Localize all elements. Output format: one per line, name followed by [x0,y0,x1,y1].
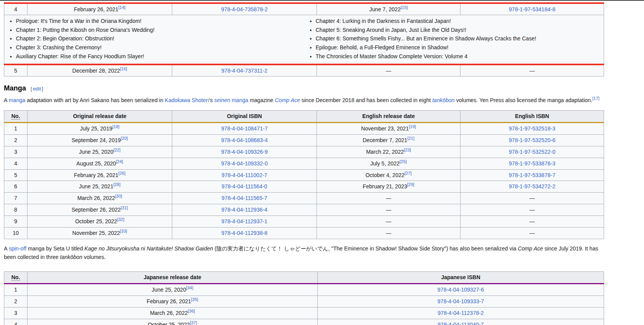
chapter-item: Epilogue: Behold, a Full-Fledged Eminenc… [316,43,604,52]
volume-number-cell: 6 [4,181,28,193]
reference-link[interactable]: [20] [121,136,128,141]
volume-number-cell: 5 [4,169,28,181]
reference-link[interactable]: [17] [592,96,599,101]
chapter-columns: Prologue: It's Time for a War in the Ori… [4,17,604,61]
isbn-link[interactable]: 978-1-97-534184-8 [509,6,556,12]
release-date: November 25, 2022 [72,230,120,236]
release-date: June 25, 2021 [79,183,113,189]
isbn-link[interactable]: 978-4-04-109332-0 [221,160,268,167]
isbn-link[interactable]: 978-4-04-112378-2 [438,310,484,316]
english-release-date-cell: — [317,193,460,204]
reference-link[interactable]: [21] [407,136,414,141]
chapter-list-left: Prologue: It's Time for a War in the Ori… [4,17,304,61]
text-run: since December 2018 and has been collect… [300,97,432,103]
reference-link[interactable]: [28] [113,182,120,187]
english-isbn-cell: — [460,64,604,76]
volume-number-cell: 10 [4,228,28,239]
header-original-release-date: Original release date [28,111,172,123]
chapter-item: Chapter 1: Putting the Kibosh on Rose Or… [16,26,304,35]
reference-link[interactable]: [19] [409,124,416,129]
release-date: October 25, 2022 [75,218,117,224]
text-link[interactable]: manga [9,97,25,103]
reference-link[interactable]: [30] [115,194,122,199]
text-link[interactable]: manga [230,97,248,103]
reference-link[interactable]: [37] [190,320,197,325]
isbn-link[interactable]: 978-1-97-532518-3 [509,125,556,132]
reference-link[interactable]: [36] [188,309,195,313]
isbn-link[interactable]: 978-1-97-533876-3 [509,160,556,167]
reference-link[interactable]: [18] [112,124,119,129]
release-date: November 23, 2021 [361,125,409,132]
isbn-link[interactable]: 978-4-04-735878-2 [221,6,268,12]
text-link[interactable]: Kadokawa Shoten [165,97,209,103]
reference-link[interactable]: [34] [186,285,193,290]
reference-link[interactable]: [31] [121,206,128,210]
isbn-link[interactable]: 978-4-04-108471-7 [221,125,268,132]
isbn-link[interactable]: 978-4-04-109326-9 [221,149,268,155]
manga-table-row: 8September 26, 2022[31]978-4-04-112936-4… [4,204,604,216]
edit-link[interactable]: edit [33,86,41,92]
volume-number-cell: 7 [4,193,28,204]
text-link[interactable]: tankōbon [432,97,455,103]
isbn-link[interactable]: 978-4-04-109333-7 [438,298,484,304]
reference-link[interactable]: [35] [191,297,198,302]
reference-link[interactable]: [22] [113,148,120,152]
reference-link[interactable]: [16] [120,66,127,71]
isbn-link[interactable]: 978-4-04-109327-6 [438,287,484,293]
reference-link[interactable]: [15] [401,5,408,10]
release-date: March 22, 2022 [366,149,404,155]
isbn-link[interactable]: 978-1-97-532522-0 [509,149,556,155]
reference-link[interactable]: [25] [400,159,407,164]
chapter-item: Chapter 3: Crashing the Ceremony! [16,43,304,52]
novel-volume-5-row: 5 December 28, 2022[16] 978-4-04-737311-… [4,64,604,76]
isbn-link[interactable]: 978-4-04-112937-1 [222,218,268,224]
volume-number-cell: 9 [4,216,28,228]
reference-link[interactable]: [24] [116,159,123,164]
em-dash: — [530,195,535,201]
isbn-link[interactable]: 978-4-04-111564-0 [222,183,267,189]
manga-table-row: 1July 25, 2019[18]978-4-04-108471-7Novem… [4,123,604,135]
header-no: No. [4,271,28,283]
japanese-isbn-cell: 978-4-04-109327-6 [318,283,604,295]
release-date: December 28, 2022 [72,68,120,74]
isbn-link[interactable]: 978-4-04-111565-7 [222,195,267,201]
em-dash: — [530,207,535,213]
original-isbn-cell: 978-4-04-112936-4 [172,204,317,216]
chapter-list-right: Chapter 4: Lurking in the Darkness in Fa… [304,17,604,61]
isbn-link[interactable]: 978-1-97-533878-7 [509,172,556,178]
isbn-link[interactable]: 978-4-04-112936-4 [222,207,268,213]
reference-link[interactable]: [32] [117,217,124,222]
text-link[interactable]: seinen [214,97,230,103]
reference-link[interactable]: [27] [405,171,412,176]
text-link[interactable]: spin-off [9,245,26,252]
reference-link[interactable]: [14] [118,5,125,10]
manga-table-row: 6June 25, 2021[28]978-4-04-111564-0Febru… [4,181,604,193]
volume-number-cell: 8 [4,204,28,216]
english-release-date-cell: October 4, 2022[27] [317,169,460,181]
text-run: adaptation with art by Anri Sakano has b… [25,97,165,103]
manga-table-row: 3June 25, 2020[22]978-4-04-109326-9March… [4,146,604,158]
volume-number-cell: 3 [4,307,28,319]
reference-link[interactable]: [33] [120,229,127,233]
reference-link[interactable]: [29] [407,182,414,187]
spinoff-table-row: 1June 25, 2020[34]978-4-04-109327-6 [4,283,604,295]
reference-link[interactable]: [23] [404,148,411,152]
original-isbn-cell: 978-4-04-108471-7 [172,123,317,135]
isbn-link[interactable]: 978-4-04-112938-8 [222,230,268,236]
em-dash: — [386,68,391,74]
reference-link[interactable]: [26] [118,171,125,176]
isbn-link[interactable]: 978-4-04-108683-4 [221,137,268,143]
volume-number-cell: 2 [4,134,28,146]
isbn-link[interactable]: 978-1-97-534272-2 [509,183,556,189]
text-link[interactable]: Comp Ace [275,97,300,103]
isbn-link[interactable]: 978-4-04-737311-2 [222,68,268,74]
release-date: June 25, 2020 [152,287,186,293]
spinoff-table-row: 4October 25, 2022[37]978-4-04-113040-7 [4,319,604,325]
chapter-item: Chapter 2: Begin Operation: Obstruction! [16,34,304,43]
english-release-date-cell: July 5, 2022[25] [317,158,460,169]
text-run: magazine [248,97,275,103]
isbn-link[interactable]: 978-4-04-111002-7 [222,172,267,178]
isbn-link[interactable]: 978-4-04-113040-7 [438,322,484,325]
isbn-link[interactable]: 978-1-97-532520-6 [509,137,556,143]
manga-table-row: 10November 25, 2022[33]978-4-04-112938-8… [4,228,604,239]
